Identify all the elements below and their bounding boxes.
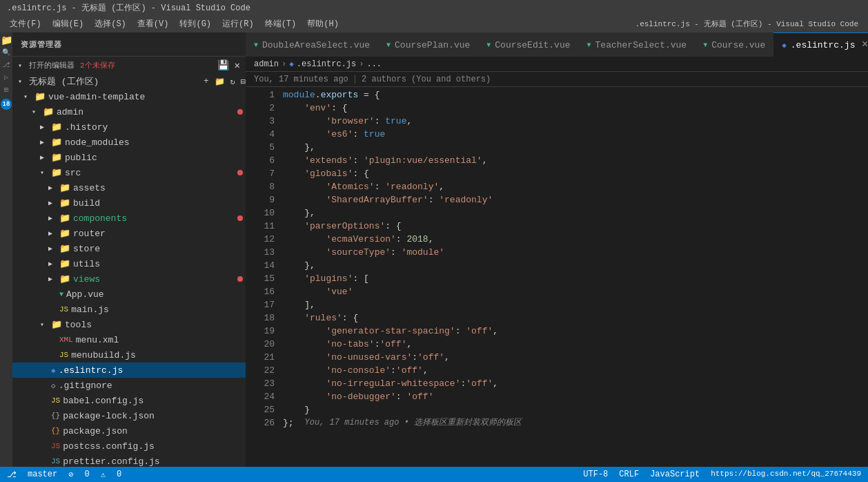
- menu-terminal[interactable]: 终端(T): [261, 17, 301, 31]
- code-line-10: },: [280, 206, 868, 220]
- public-chevron: ▶: [40, 153, 48, 162]
- extensions-icon[interactable]: ⊞: [1, 85, 11, 95]
- status-encoding[interactable]: UTF-8: [583, 470, 608, 479]
- folder-components[interactable]: ▶ 📁 components: [12, 211, 246, 226]
- collapse-icon[interactable]: ⊟: [241, 77, 246, 87]
- folder-src[interactable]: ▾ 📁 src: [12, 165, 246, 180]
- folder-node-label: node_modules: [65, 137, 130, 148]
- folder-admin-label: admin: [57, 107, 83, 117]
- breadcrumb-more[interactable]: ...: [366, 59, 382, 69]
- file-menubuild-js[interactable]: JS menubuild.js: [12, 347, 246, 363]
- folder-history-icon: 📁: [51, 122, 62, 133]
- code-content[interactable]: module.exports = { 'env': { 'browser': t…: [280, 87, 868, 467]
- file-eslintrc[interactable]: ◆ .eslintrc.js: [12, 363, 246, 378]
- file-gitignore[interactable]: ◇ .gitignore: [12, 378, 246, 393]
- window-title: .eslintrc.js - 无标题 (工作区) - Visual Studio…: [631, 17, 862, 30]
- menu-goto[interactable]: 转到(G): [175, 17, 215, 31]
- file-package-lock[interactable]: {} package-lock.json: [12, 408, 246, 423]
- code-line-8: 'Atomics': 'readonly',: [280, 180, 868, 193]
- json-icon-pkg: {}: [51, 427, 60, 435]
- vue-icon-tab3: ▼: [486, 41, 491, 49]
- menu-run[interactable]: 运行(R): [218, 17, 258, 31]
- sidebar-title: 资源管理器: [12, 32, 246, 57]
- folder-public[interactable]: ▶ 📁 public: [12, 150, 246, 165]
- views-chevron: ▶: [48, 275, 57, 283]
- notification-icon[interactable]: 18: [1, 99, 12, 110]
- menu-view[interactable]: 查看(V): [133, 17, 173, 31]
- folder-node-icon: 📁: [51, 137, 62, 148]
- store-chevron: ▶: [48, 244, 57, 253]
- open-editors-header[interactable]: ▾ 打开的编辑器 2个未保存 💾 ✕: [12, 57, 246, 74]
- file-menu-xml[interactable]: XML menu.xml: [12, 332, 246, 347]
- js-icon-menubuild: JS: [59, 351, 68, 359]
- errors-count[interactable]: 0: [84, 470, 89, 479]
- file-package-json[interactable]: {} package.json: [12, 423, 246, 438]
- tab-course-plan[interactable]: ▼ CoursePlan.vue: [378, 32, 478, 57]
- title-text: .eslintrc.js - 无标题 (工作区) - Visual Studio…: [7, 2, 250, 14]
- git-icon[interactable]: ⎇: [1, 60, 11, 70]
- folder-node-modules[interactable]: ▶ 📁 node_modules: [12, 135, 246, 150]
- root-folder-label: vue-admin-template: [48, 92, 145, 102]
- errors-icon: ⊘: [68, 470, 73, 480]
- tab-double-area-select[interactable]: ▼ DoubleAreaSelect.vue: [246, 32, 378, 57]
- code-line-3: 'browser': true,: [280, 115, 868, 128]
- search-icon[interactable]: 🔍: [1, 48, 11, 57]
- debug-icon[interactable]: ▷: [1, 73, 11, 82]
- new-folder-icon[interactable]: 📁: [215, 77, 225, 87]
- sidebar: 资源管理器 ▾ 打开的编辑器 2个未保存 💾 ✕ ▾ 无标题 (工作区) + 📁…: [12, 32, 246, 467]
- save-all-icon[interactable]: 💾: [217, 59, 229, 71]
- close-all-icon[interactable]: ✕: [235, 59, 240, 71]
- code-line-25: }: [280, 403, 868, 416]
- file-tree: ▾ 📁 vue-admin-template ▾ 📁 admin ▶ 📁 .hi…: [12, 89, 246, 467]
- git-branch-label[interactable]: master: [28, 470, 57, 479]
- file-prettier[interactable]: JS prettier.config.js: [12, 454, 246, 467]
- folder-history[interactable]: ▶ 📁 .history: [12, 119, 246, 135]
- breadcrumb-eslint-icon: ◆: [289, 59, 294, 68]
- file-main-js[interactable]: JS main.js: [12, 302, 246, 317]
- folder-store-label: store: [73, 244, 100, 254]
- root-folder-icon: 📁: [34, 91, 46, 102]
- tab-course-edit[interactable]: ▼ CourseEdit.vue: [478, 32, 578, 57]
- status-line-ending[interactable]: CRLF: [619, 470, 639, 479]
- tab-course[interactable]: ▼ Course.vue: [695, 32, 773, 57]
- folder-utils-label: utils: [73, 259, 100, 269]
- folder-assets-label: assets: [73, 183, 106, 193]
- file-babel-config[interactable]: JS babel.config.js: [12, 393, 246, 408]
- refresh-icon[interactable]: ↻: [230, 77, 235, 87]
- file-app-vue[interactable]: ▼ App.vue: [12, 287, 246, 302]
- folder-assets[interactable]: ▶ 📁 assets: [12, 180, 246, 195]
- folder-build-label: build: [73, 198, 100, 209]
- breadcrumb-eslintrc[interactable]: .eslintrc.js: [297, 59, 356, 69]
- open-editors-label: 打开的编辑器: [29, 60, 75, 70]
- folder-store[interactable]: ▶ 📁 store: [12, 241, 246, 256]
- tree-root-folder[interactable]: ▾ 📁 vue-admin-template: [12, 89, 246, 104]
- tab-label-1: DoubleAreaSelect.vue: [262, 40, 370, 50]
- file-postcss[interactable]: JS postcss.config.js: [12, 438, 246, 454]
- vue-icon-tab1: ▼: [254, 41, 258, 49]
- line-numbers: 12345 678910 1112131415 1617181920 21222…: [246, 87, 280, 467]
- folder-admin[interactable]: ▾ 📁 admin: [12, 104, 246, 119]
- folder-public-label: public: [65, 153, 97, 163]
- breadcrumb-admin[interactable]: admin: [254, 59, 279, 69]
- tab-eslintrc[interactable]: ◆ .eslintrc.js ×: [773, 32, 868, 57]
- vue-icon-tab5: ▼: [703, 41, 707, 49]
- folder-build[interactable]: ▶ 📁 build: [12, 195, 246, 211]
- tab-close-eslintrc[interactable]: ×: [859, 39, 868, 51]
- folder-views[interactable]: ▶ 📁 views: [12, 271, 246, 287]
- folder-tools[interactable]: ▾ 📁 tools: [12, 317, 246, 332]
- status-language[interactable]: JavaScript: [650, 470, 700, 479]
- code-line-5: },: [280, 141, 868, 154]
- explorer-icon[interactable]: 📁: [1, 35, 11, 45]
- workspace-item[interactable]: ▾ 无标题 (工作区) + 📁 ↻ ⊟: [12, 74, 246, 89]
- menu-help[interactable]: 帮助(H): [303, 17, 343, 31]
- menu-edit[interactable]: 编辑(E): [48, 17, 88, 31]
- menu-file[interactable]: 文件(F): [6, 17, 46, 31]
- file-menubuild-js-label: menubuild.js: [71, 350, 136, 360]
- folder-utils[interactable]: ▶ 📁 utils: [12, 256, 246, 271]
- menu-select[interactable]: 选择(S): [90, 17, 130, 31]
- tab-teacher-select[interactable]: ▼ TeacherSelect.vue: [579, 32, 696, 57]
- warnings-count[interactable]: 0: [117, 470, 121, 479]
- new-file-icon[interactable]: +: [204, 77, 208, 87]
- tab-bar: ▼ DoubleAreaSelect.vue ▼ CoursePlan.vue …: [246, 32, 868, 57]
- folder-router[interactable]: ▶ 📁 router: [12, 226, 246, 241]
